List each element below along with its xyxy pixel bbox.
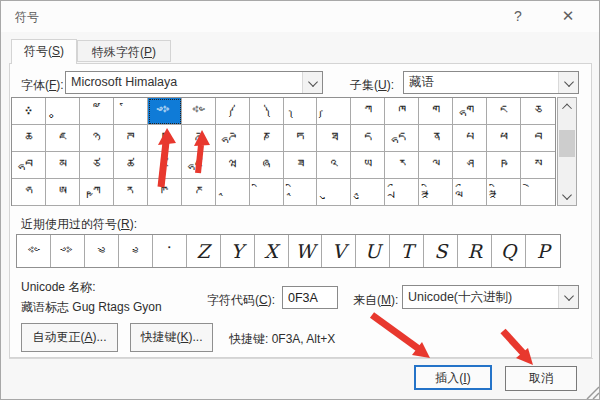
recent-symbol-cell[interactable]: ༺: [51, 235, 85, 267]
help-icon[interactable]: ?: [499, 1, 537, 31]
symbol-cell[interactable]: ཕ: [487, 125, 521, 152]
symbol-cell[interactable]: ས: [521, 152, 555, 179]
symbol-cell[interactable]: ཌྷ: [216, 125, 250, 152]
symbol-cell[interactable]: ཏ: [284, 125, 318, 152]
symbol-cell[interactable]: ༿: [317, 98, 351, 125]
symbol-cell[interactable]: ༽: [250, 98, 284, 125]
symbol-cell[interactable]: ༷: [46, 98, 80, 125]
subset-select[interactable]: 藏语: [403, 71, 579, 94]
recent-symbol-cell[interactable]: T: [390, 235, 424, 267]
symbol-cell[interactable]: ང: [487, 98, 521, 125]
recent-symbol-cell[interactable]: X: [255, 235, 289, 267]
recent-symbol-cell[interactable]: R: [458, 235, 492, 267]
recent-symbol-cell[interactable]: ༻: [17, 235, 51, 267]
symbol-cell[interactable]: ཫ: [148, 179, 182, 206]
recent-symbol-cell[interactable]: V: [322, 235, 356, 267]
from-select[interactable]: Unicode(十六进制): [402, 285, 579, 309]
symbol-cell[interactable]: པ: [453, 125, 487, 152]
scroll-up-icon[interactable]: [558, 98, 576, 116]
autocorrect-button[interactable]: 自动更正(A)...: [21, 323, 118, 352]
symbol-cell[interactable]: ཹ: [487, 179, 521, 206]
symbol-cell[interactable]: བྷ: [12, 152, 46, 179]
symbol-cell[interactable]: ཤ: [453, 152, 487, 179]
symbol-cell[interactable]: ཇ: [46, 125, 80, 152]
symbol-cell[interactable]: ཷ: [419, 179, 453, 206]
symbol-cell[interactable]: ལ: [419, 152, 453, 179]
symbol-cell[interactable]: ཡ: [351, 152, 385, 179]
symbol-cell[interactable]: ཱི: [284, 179, 318, 206]
symbol-cell[interactable]: ཛ: [148, 152, 182, 179]
chevron-down-icon[interactable]: [302, 72, 322, 93]
symbol-cell[interactable]: ༻: [182, 98, 216, 125]
symbol-cell[interactable]: ྲྀ: [385, 179, 419, 206]
symbol-cell[interactable]: ཙ: [80, 152, 114, 179]
recent-symbol-cell[interactable]: S: [424, 235, 458, 267]
font-select[interactable]: Microsoft Himalaya: [65, 71, 323, 94]
symbol-cell[interactable]: ླྀ: [453, 179, 487, 206]
recent-symbol-cell[interactable]: ༄: [85, 235, 119, 267]
symbol-cell[interactable]: ག: [419, 98, 453, 125]
char-code-input[interactable]: [282, 286, 338, 309]
recent-symbol-cell[interactable]: P: [526, 235, 560, 267]
symbol-cell[interactable]: ༶: [12, 98, 46, 125]
symbol-cell[interactable]: ི: [250, 179, 284, 206]
symbol-cell[interactable]: ཀ: [351, 98, 385, 125]
resize-grip[interactable]: [587, 387, 599, 399]
symbol-cell[interactable]: ད: [351, 125, 385, 152]
symbol-cell[interactable]: ཐ: [317, 125, 351, 152]
symbol-cell[interactable]: ༾: [284, 98, 318, 125]
symbol-cell[interactable]: ༼: [216, 98, 250, 125]
symbol-cell[interactable]: ར: [385, 152, 419, 179]
symbol-cell[interactable]: གྷ: [453, 98, 487, 125]
symbol-cell[interactable]: ཟ: [284, 152, 318, 179]
symbol-cell[interactable]: ཛྷ: [182, 152, 216, 179]
symbol-cell[interactable]: དྷ: [385, 125, 419, 152]
recent-symbol-cell[interactable]: Z: [187, 235, 221, 267]
insert-button[interactable]: 插入(I): [414, 365, 492, 390]
symbol-cell[interactable]: ུ: [317, 179, 351, 206]
recent-symbol-cell[interactable]: W: [289, 235, 323, 267]
symbol-cell[interactable]: ཪ: [114, 179, 148, 206]
shortcut-key-button[interactable]: 快捷键(K)...: [130, 323, 213, 352]
symbol-cell[interactable]: ཧ: [12, 179, 46, 206]
symbol-cell[interactable]: ༸: [80, 98, 114, 125]
symbol-cell[interactable]: ༺: [148, 98, 182, 125]
symbol-cell[interactable]: ཱ: [216, 179, 250, 206]
symbol-cell[interactable]: འ: [317, 152, 351, 179]
symbol-cell[interactable]: ཞ: [250, 152, 284, 179]
symbol-cell[interactable]: ཬ: [182, 179, 216, 206]
symbol-cell[interactable]: ཅ: [521, 98, 555, 125]
symbol-cell[interactable]: ཥ: [487, 152, 521, 179]
symbol-cell[interactable]: ཌ: [182, 125, 216, 152]
tab-symbols[interactable]: 符号(S): [11, 39, 77, 64]
chevron-down-icon[interactable]: [558, 286, 578, 308]
symbol-cell[interactable]: ཀྵ: [80, 179, 114, 206]
symbol-cell[interactable]: ཊ: [114, 125, 148, 152]
chevron-down-icon[interactable]: [558, 72, 578, 93]
symbol-cell[interactable]: ཨ: [46, 179, 80, 206]
symbol-cell[interactable]: ཆ: [12, 125, 46, 152]
symbol-cell[interactable]: ན: [419, 125, 453, 152]
symbol-cell[interactable]: ཱུ: [351, 179, 385, 206]
recent-symbol-cell[interactable]: Q: [492, 235, 526, 267]
recent-symbol-cell[interactable]: Y: [221, 235, 255, 267]
scroll-down-icon[interactable]: [558, 187, 576, 205]
symbol-cell[interactable]: མ: [46, 152, 80, 179]
symbol-cell[interactable]: ཎ: [250, 125, 284, 152]
symbol-cell[interactable]: ཋ: [148, 125, 182, 152]
recent-symbol-cell[interactable]: U: [356, 235, 390, 267]
symbol-cell[interactable]: ༹: [114, 98, 148, 125]
recent-symbol-cell[interactable]: ༅: [119, 235, 153, 267]
symbol-cell[interactable]: བ: [521, 125, 555, 152]
cancel-button[interactable]: 取消: [505, 366, 577, 391]
symbol-cell[interactable]: ཝ: [216, 152, 250, 179]
scrollbar-thumb[interactable]: [559, 130, 575, 157]
symbol-cell[interactable]: ཚ: [114, 152, 148, 179]
symbol-cell[interactable]: ེ: [521, 179, 555, 206]
grid-scrollbar[interactable]: [557, 97, 577, 206]
recent-symbol-cell[interactable]: ་: [153, 235, 187, 267]
tab-special-characters[interactable]: 特殊字符(P): [77, 40, 171, 62]
symbol-cell[interactable]: ཉ: [80, 125, 114, 152]
close-icon[interactable]: ✕: [549, 1, 587, 31]
symbol-cell[interactable]: ཁ: [385, 98, 419, 125]
